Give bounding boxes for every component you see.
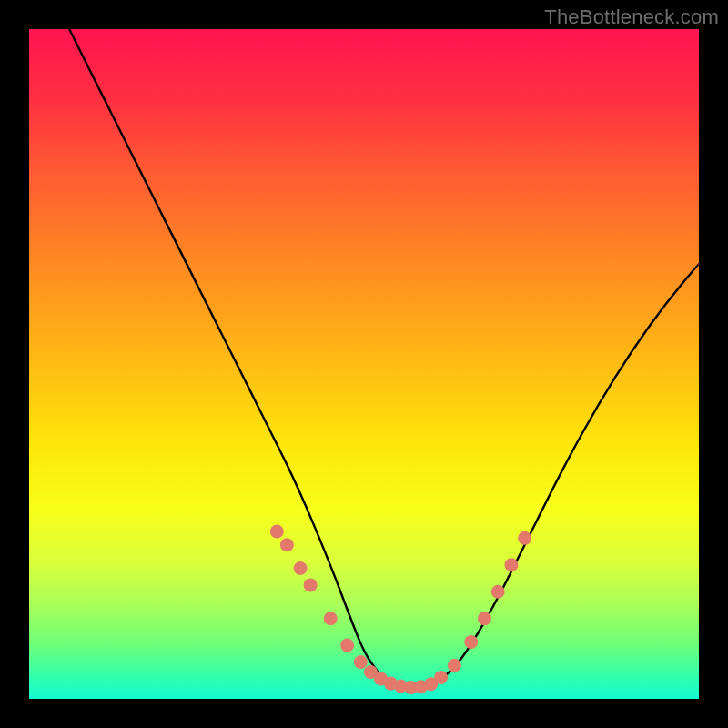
marker-dot (270, 525, 284, 539)
marker-dot (280, 538, 294, 551)
chart-frame: TheBottleneck.com (0, 0, 728, 728)
marker-dot (464, 635, 478, 649)
marker-dot (448, 659, 461, 672)
chart-plot-area (29, 29, 699, 699)
bottleneck-curve (69, 29, 699, 689)
marker-dot (304, 578, 318, 592)
marker-dot (294, 561, 308, 575)
marker-dot (491, 585, 505, 599)
watermark-label: TheBottleneck.com (544, 5, 719, 29)
marker-dot (478, 612, 491, 625)
marker-dot (354, 655, 368, 669)
marker-dot (504, 558, 518, 571)
chart-svg (29, 29, 699, 699)
marker-dot (434, 671, 448, 684)
marker-dot (518, 531, 531, 545)
marker-dot (340, 639, 354, 652)
marker-dot (324, 612, 338, 625)
